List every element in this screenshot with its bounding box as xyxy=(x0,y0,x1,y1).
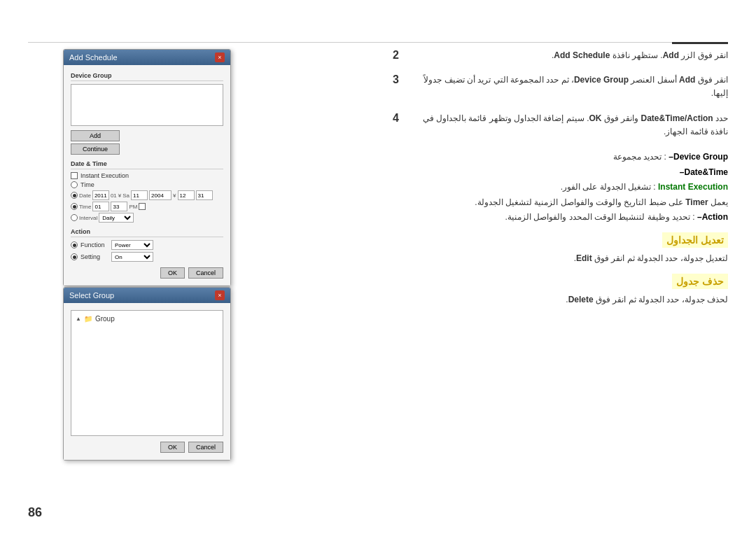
add-schedule-dialog: Add Schedule × Device Group Add Continue… xyxy=(63,49,231,286)
bullet-datetime: Date&Time– xyxy=(385,165,728,181)
bullet-timer: يعمل Timer على ضبط التاريخ والوقت والفوا… xyxy=(385,195,728,211)
slash3: ¥ xyxy=(173,192,176,199)
group-label: Group xyxy=(95,315,115,323)
instant-exec-checkbox[interactable] xyxy=(71,172,78,179)
slash2: ¥ xyxy=(118,192,121,199)
sa-label: Sa xyxy=(122,192,130,199)
step-3-text: انقر فوق Add أسفل العنصر Device Group، ث… xyxy=(405,73,728,100)
ampm-label: PM xyxy=(129,204,137,210)
action-bullet-label: Action– xyxy=(697,212,728,222)
interval-label: Interval xyxy=(79,215,97,221)
device-group-section: Device Group Add Continue xyxy=(71,72,223,155)
select-group-close-btn[interactable]: × xyxy=(215,290,225,300)
edit-section: تعديل الجداول لتعديل جدولة، حدد الجدولة … xyxy=(385,232,728,265)
select-group-ok-btn[interactable]: OK xyxy=(160,442,185,453)
time-row2: Time PM xyxy=(71,202,223,211)
device-group-bullet-text: : تحديد مجموعة xyxy=(613,152,666,162)
add-schedule-close-btn[interactable]: × xyxy=(215,52,225,62)
date-label: Date xyxy=(79,192,91,199)
delete-header-text: حذف جدول xyxy=(676,276,724,287)
function-select[interactable]: Power xyxy=(111,240,153,250)
bullet-device-group: Device Group– : تحديد مجموعة xyxy=(385,150,728,165)
day-input[interactable] xyxy=(131,190,148,200)
year2-input[interactable] xyxy=(149,190,172,200)
device-group-box xyxy=(71,84,223,126)
step-2-row: انقر فوق الزر Add. ستظهر نافذة Add Sched… xyxy=(385,49,728,62)
edit-desc: لتعديل جدولة، حدد الجدولة ثم انقر فوق Ed… xyxy=(385,252,728,265)
add-device-btn[interactable]: Add xyxy=(71,130,120,141)
tree-arrow: ▲ xyxy=(76,316,81,322)
interval-row: Interval Daily xyxy=(71,213,223,223)
select-group-dialog: Select Group × ▲ 📁 Group OK Cancel xyxy=(63,287,231,461)
time-radio-label: Time xyxy=(80,181,94,188)
edit-header-text: تعديل الجداول xyxy=(666,234,724,246)
time-radio[interactable] xyxy=(71,181,78,188)
continue-btn[interactable]: Continue xyxy=(71,143,120,155)
bullet-instant: Instant Execution : تشغيل الجدولة على ال… xyxy=(385,180,728,195)
step-2-text: انقر فوق الزر Add. ستظهر نافذة Add Sched… xyxy=(405,49,728,62)
function-row: Function Power xyxy=(71,240,223,250)
add-schedule-title: Add Schedule xyxy=(69,53,118,62)
add-schedule-body: Device Group Add Continue Date & Time In… xyxy=(64,65,230,286)
function-radio[interactable] xyxy=(71,241,78,248)
action-bullet-text: : تحديد وظيفة لتنشيط الوقت المحدد والفوا… xyxy=(505,212,695,222)
step-4-number: 4 xyxy=(385,112,399,125)
interval-radio[interactable] xyxy=(71,214,78,221)
date-radio[interactable] xyxy=(71,192,78,199)
delete-section: حذف جدول لحذف جدولة، حدد الجدولة ثم انقر… xyxy=(385,274,728,307)
bullet-list: Device Group– : تحديد مجموعة Date&Time– … xyxy=(385,150,728,225)
slash1: 01 xyxy=(111,192,117,199)
add-schedule-ok-btn[interactable]: OK xyxy=(160,267,185,279)
add-schedule-buttons: OK Cancel xyxy=(71,267,223,279)
select-group-cancel-btn[interactable]: Cancel xyxy=(188,442,223,453)
delete-header: حذف جدول xyxy=(672,274,728,289)
step-4-text: حدد Date&Time/Action وانقر فوق OK. سيتم … xyxy=(405,112,728,139)
step-3-row: انقر فوق Add أسفل العنصر Device Group، ث… xyxy=(385,73,728,100)
select-group-body: ▲ 📁 Group OK Cancel xyxy=(64,303,230,460)
group-tree-box: ▲ 📁 Group xyxy=(71,310,223,436)
hour-input[interactable] xyxy=(92,202,109,211)
delete-desc: لحذف جدولة، حدد الجدولة ثم انقر فوق Dele… xyxy=(385,293,728,307)
function-label: Function xyxy=(80,241,108,248)
group-tree-item[interactable]: ▲ 📁 Group xyxy=(76,315,218,323)
instant-exec-bullet-text: : تشغيل الجدولة على الفور. xyxy=(561,182,656,192)
select-group-title: Select Group xyxy=(69,291,114,300)
day2-input[interactable] xyxy=(196,190,213,200)
setting-label: Setting xyxy=(80,253,108,260)
instant-exec-label: Instant Execution xyxy=(80,172,129,179)
instant-exec-bullet: Instant Execution xyxy=(658,182,728,192)
left-panel: Add Schedule × Device Group Add Continue… xyxy=(28,49,329,525)
action-label: Action xyxy=(71,228,223,237)
setting-radio[interactable] xyxy=(71,253,78,260)
interval-select[interactable]: Daily xyxy=(99,213,134,223)
top-rule-accent xyxy=(672,42,728,44)
step-2-number: 2 xyxy=(385,49,399,62)
datetime-label: Date & Time xyxy=(71,160,223,169)
add-schedule-titlebar: Add Schedule × xyxy=(64,50,230,65)
setting-row: Setting On xyxy=(71,252,223,262)
month-input[interactable] xyxy=(178,190,195,200)
device-group-label: Device Group xyxy=(71,72,223,81)
datetime-section: Date & Time Instant Execution Time Date … xyxy=(71,160,223,223)
instant-execution-row: Instant Execution xyxy=(71,172,223,179)
step-3-number: 3 xyxy=(385,73,399,86)
device-group-bullet-label: Device Group– xyxy=(668,152,728,162)
time-radio-row: Time xyxy=(71,181,223,188)
step-4-row: حدد Date&Time/Action وانقر فوق OK. سيتم … xyxy=(385,112,728,139)
min-input[interactable] xyxy=(111,202,127,211)
add-schedule-cancel-btn[interactable]: Cancel xyxy=(188,267,223,279)
year-input[interactable] xyxy=(92,190,109,200)
bullet-action: Action– : تحديد وظيفة لتنشيط الوقت المحد… xyxy=(385,210,728,225)
edit-header: تعديل الجداول xyxy=(662,232,728,248)
action-section: Action Function Power Setting On xyxy=(71,228,223,262)
top-rule xyxy=(28,42,728,43)
right-panel: انقر فوق الزر Add. ستظهر نافذة Add Sched… xyxy=(385,49,728,315)
time2-checkbox[interactable] xyxy=(139,203,146,210)
setting-select[interactable]: On xyxy=(111,252,153,262)
folder-icon: 📁 xyxy=(84,315,92,323)
select-group-titlebar: Select Group × xyxy=(64,288,230,303)
page-number: 86 xyxy=(28,505,42,520)
time-radio2[interactable] xyxy=(71,203,78,210)
date-row: Date 01 ¥ Sa ¥ xyxy=(71,190,223,200)
datetime-bullet-label: Date&Time– xyxy=(680,167,728,177)
